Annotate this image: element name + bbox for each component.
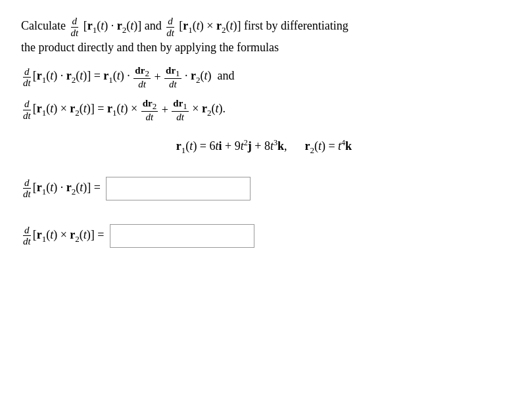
intro-frac2-den: dt [165, 28, 176, 39]
intro-text: Calculate d dt [r1(t) · r2(t)] and d dt … [21, 16, 507, 57]
answer2-lhs-frac: d dt [22, 225, 32, 247]
dot-plus: + [154, 70, 160, 84]
answer1-lhs-expr: [r1(t) · r2(t)] = [33, 181, 101, 197]
answer1-input[interactable] [106, 177, 251, 200]
dot-formula-row: d dt [r1(t) · r2(t)] = r1(t) · dr2 dt + … [21, 65, 507, 90]
dot-rhs-frac1: dr2 dt [133, 65, 151, 90]
answer2-line: d dt [r1(t) × r2(t)] = [21, 224, 507, 248]
intro-frac1-num: d [71, 16, 79, 28]
dot-lhs-frac: d dt [22, 66, 32, 89]
cross-product-formula: d dt [r1(t) × r2(t)] = r1(t) × dr2 dt + … [21, 98, 507, 123]
answer1-line: d dt [r1(t) · r2(t)] = [21, 177, 507, 200]
answer2-lhs-expr: [r1(t) × r2(t)] = [33, 228, 105, 245]
r1-function: r1(t) = 6ti + 9t2j + 8t3k, [176, 139, 290, 152]
answer2-input[interactable] [110, 224, 254, 248]
cross-formula-row: d dt [r1(t) × r2(t)] = r1(t) × dr2 dt + … [21, 98, 507, 123]
dot-rhs-end: · r2(t) and [185, 69, 235, 85]
cross-rhs-frac1: dr2 dt [141, 98, 158, 123]
cross-lhs-frac: d dt [22, 99, 32, 121]
and-connector: and [145, 19, 165, 32]
answer1-lhs-frac: d dt [22, 177, 32, 200]
cross-rhs-frac2: dr1 dt [172, 98, 189, 123]
intro-frac1-den: dt [69, 28, 80, 39]
cross-lhs-expr: [r1(t) × r2(t)] = r1(t) × [33, 102, 138, 118]
dot-rhs-frac2: dr1 dt [164, 65, 181, 90]
answer-section: d dt [r1(t) · r2(t)] = d dt [r1(t) × r2(… [21, 177, 507, 248]
problem-statement: Calculate d dt [r1(t) · r2(t)] and d dt … [21, 16, 507, 156]
cross-rhs-end: × r2(t). [192, 102, 226, 118]
intro-frac2-num: d [166, 16, 174, 28]
dot-lhs-expr: [r1(t) · r2(t)] = r1(t) · [33, 69, 130, 85]
cross-plus: + [162, 103, 168, 117]
intro-fraction-2: d dt [165, 16, 176, 38]
given-functions: r1(t) = 6ti + 9t2j + 8t3k, r2(t) = t4k [21, 138, 507, 156]
r2-function: r2(t) = t4k [304, 139, 352, 152]
dot-product-formula: d dt [r1(t) · r2(t)] = r1(t) · dr2 dt + … [21, 65, 507, 90]
intro-fraction-1: d dt [69, 16, 80, 38]
